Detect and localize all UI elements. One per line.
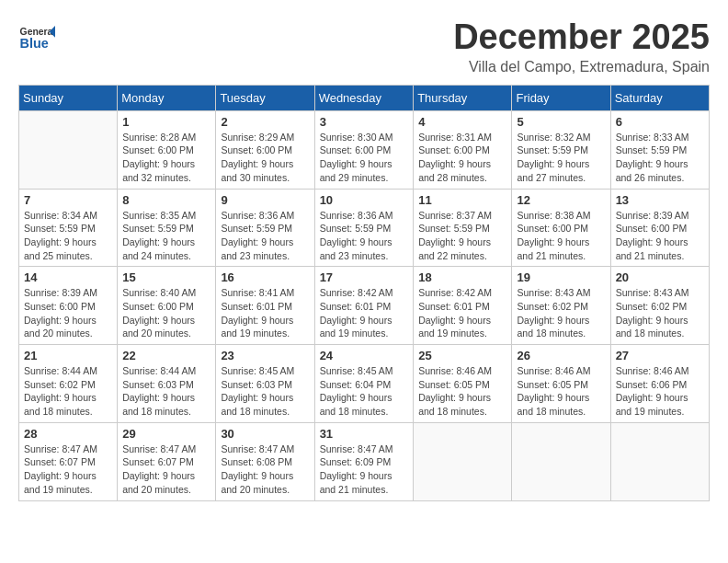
day-number: 29: [122, 427, 210, 441]
day-number: 12: [517, 193, 605, 207]
table-row: 8 Sunrise: 8:35 AMSunset: 5:59 PMDayligh…: [118, 189, 216, 267]
day-info: Sunrise: 8:43 AMSunset: 6:02 PMDaylight:…: [616, 286, 704, 340]
day-info: Sunrise: 8:36 AMSunset: 5:59 PMDaylight:…: [320, 209, 409, 263]
day-info: Sunrise: 8:44 AMSunset: 6:03 PMDaylight:…: [122, 364, 210, 419]
table-row: 18 Sunrise: 8:42 AMSunset: 6:01 PMDaylig…: [414, 267, 512, 345]
table-row: 28 Sunrise: 8:47 AMSunset: 6:07 PMDaylig…: [19, 422, 118, 500]
header-saturday: Saturday: [610, 85, 709, 110]
table-row: 15 Sunrise: 8:40 AMSunset: 6:00 PMDaylig…: [118, 267, 216, 345]
table-row: [512, 422, 610, 500]
day-number: 7: [24, 193, 112, 207]
day-number: 23: [221, 349, 309, 362]
day-info: Sunrise: 8:34 AMSunset: 5:59 PMDaylight:…: [24, 209, 112, 263]
table-row: 20 Sunrise: 8:43 AMSunset: 6:02 PMDaylig…: [610, 267, 709, 345]
table-row: [610, 422, 709, 500]
day-number: 21: [24, 349, 112, 362]
table-row: [19, 110, 118, 189]
day-number: 3: [320, 115, 409, 129]
header-monday: Monday: [118, 85, 216, 110]
header-friday: Friday: [512, 85, 610, 110]
month-title: December 2025: [453, 18, 710, 57]
day-number: 2: [221, 115, 309, 129]
table-row: 16 Sunrise: 8:41 AMSunset: 6:01 PMDaylig…: [216, 267, 314, 345]
day-info: Sunrise: 8:39 AMSunset: 6:00 PMDaylight:…: [616, 209, 704, 263]
day-number: 22: [122, 349, 210, 362]
table-row: 21 Sunrise: 8:44 AMSunset: 6:02 PMDaylig…: [19, 345, 118, 423]
header-thursday: Thursday: [414, 85, 512, 110]
day-info: Sunrise: 8:32 AMSunset: 5:59 PMDaylight:…: [517, 131, 605, 185]
day-number: 8: [122, 193, 210, 207]
table-row: 30 Sunrise: 8:47 AMSunset: 6:08 PMDaylig…: [216, 422, 314, 500]
table-row: 22 Sunrise: 8:44 AMSunset: 6:03 PMDaylig…: [118, 345, 216, 423]
day-number: 16: [221, 270, 309, 284]
day-info: Sunrise: 8:38 AMSunset: 6:00 PMDaylight:…: [517, 209, 605, 263]
table-row: 2 Sunrise: 8:29 AMSunset: 6:00 PMDayligh…: [216, 110, 314, 189]
day-info: Sunrise: 8:47 AMSunset: 6:08 PMDaylight:…: [221, 442, 309, 497]
table-row: 5 Sunrise: 8:32 AMSunset: 5:59 PMDayligh…: [512, 110, 610, 189]
day-number: 4: [418, 115, 506, 129]
table-row: 29 Sunrise: 8:47 AMSunset: 6:07 PMDaylig…: [118, 422, 216, 500]
table-row: 24 Sunrise: 8:45 AMSunset: 6:04 PMDaylig…: [314, 345, 414, 423]
day-info: Sunrise: 8:45 AMSunset: 6:04 PMDaylight:…: [320, 364, 409, 419]
day-info: Sunrise: 8:36 AMSunset: 5:59 PMDaylight:…: [221, 209, 309, 263]
day-info: Sunrise: 8:46 AMSunset: 6:05 PMDaylight:…: [418, 364, 506, 419]
day-number: 28: [24, 427, 112, 441]
day-info: Sunrise: 8:29 AMSunset: 6:00 PMDaylight:…: [221, 131, 309, 185]
logo: General Blue: [18, 18, 61, 55]
day-info: Sunrise: 8:42 AMSunset: 6:01 PMDaylight:…: [418, 286, 506, 340]
title-area: December 2025 Villa del Campo, Extremadu…: [453, 18, 710, 75]
day-info: Sunrise: 8:30 AMSunset: 6:00 PMDaylight:…: [320, 131, 409, 185]
day-info: Sunrise: 8:42 AMSunset: 6:01 PMDaylight:…: [320, 286, 409, 340]
calendar-week-row: 21 Sunrise: 8:44 AMSunset: 6:02 PMDaylig…: [19, 345, 710, 423]
day-number: 6: [616, 115, 704, 129]
page-header: General Blue December 2025 Villa del Cam…: [18, 18, 710, 75]
header-sunday: Sunday: [19, 85, 118, 110]
table-row: 10 Sunrise: 8:36 AMSunset: 5:59 PMDaylig…: [314, 189, 414, 267]
table-row: 12 Sunrise: 8:38 AMSunset: 6:00 PMDaylig…: [512, 189, 610, 267]
table-row: [414, 422, 512, 500]
table-row: 11 Sunrise: 8:37 AMSunset: 5:59 PMDaylig…: [414, 189, 512, 267]
day-number: 25: [418, 349, 506, 362]
calendar-table: Sunday Monday Tuesday Wednesday Thursday…: [18, 85, 710, 501]
day-number: 19: [517, 270, 605, 284]
table-row: 6 Sunrise: 8:33 AMSunset: 5:59 PMDayligh…: [610, 110, 709, 189]
day-number: 1: [122, 115, 210, 129]
table-row: 26 Sunrise: 8:46 AMSunset: 6:05 PMDaylig…: [512, 345, 610, 423]
day-number: 14: [24, 270, 112, 284]
table-row: 23 Sunrise: 8:45 AMSunset: 6:03 PMDaylig…: [216, 345, 314, 423]
day-info: Sunrise: 8:47 AMSunset: 6:07 PMDaylight:…: [24, 442, 112, 497]
day-info: Sunrise: 8:28 AMSunset: 6:00 PMDaylight:…: [122, 131, 210, 185]
table-row: 4 Sunrise: 8:31 AMSunset: 6:00 PMDayligh…: [414, 110, 512, 189]
table-row: 19 Sunrise: 8:43 AMSunset: 6:02 PMDaylig…: [512, 267, 610, 345]
table-row: 13 Sunrise: 8:39 AMSunset: 6:00 PMDaylig…: [610, 189, 709, 267]
day-number: 17: [320, 270, 409, 284]
location-title: Villa del Campo, Extremadura, Spain: [453, 59, 710, 75]
day-number: 11: [418, 193, 506, 207]
day-info: Sunrise: 8:46 AMSunset: 6:05 PMDaylight:…: [517, 364, 605, 419]
day-info: Sunrise: 8:31 AMSunset: 6:00 PMDaylight:…: [418, 131, 506, 185]
table-row: 27 Sunrise: 8:46 AMSunset: 6:06 PMDaylig…: [610, 345, 709, 423]
day-number: 20: [616, 270, 704, 284]
table-row: 9 Sunrise: 8:36 AMSunset: 5:59 PMDayligh…: [216, 189, 314, 267]
day-info: Sunrise: 8:33 AMSunset: 5:59 PMDaylight:…: [616, 131, 704, 185]
calendar-week-row: 14 Sunrise: 8:39 AMSunset: 6:00 PMDaylig…: [19, 267, 710, 345]
day-info: Sunrise: 8:45 AMSunset: 6:03 PMDaylight:…: [221, 364, 309, 419]
day-number: 9: [221, 193, 309, 207]
day-number: 26: [517, 349, 605, 362]
calendar-week-row: 1 Sunrise: 8:28 AMSunset: 6:00 PMDayligh…: [19, 110, 710, 189]
day-number: 24: [320, 349, 409, 362]
svg-text:Blue: Blue: [20, 36, 49, 51]
table-row: 7 Sunrise: 8:34 AMSunset: 5:59 PMDayligh…: [19, 189, 118, 267]
day-info: Sunrise: 8:35 AMSunset: 5:59 PMDaylight:…: [122, 209, 210, 263]
table-row: 3 Sunrise: 8:30 AMSunset: 6:00 PMDayligh…: [314, 110, 414, 189]
day-info: Sunrise: 8:41 AMSunset: 6:01 PMDaylight:…: [221, 286, 309, 340]
day-number: 10: [320, 193, 409, 207]
table-row: 25 Sunrise: 8:46 AMSunset: 6:05 PMDaylig…: [414, 345, 512, 423]
table-row: 31 Sunrise: 8:47 AMSunset: 6:09 PMDaylig…: [314, 422, 414, 500]
day-info: Sunrise: 8:37 AMSunset: 5:59 PMDaylight:…: [418, 209, 506, 263]
day-info: Sunrise: 8:46 AMSunset: 6:06 PMDaylight:…: [616, 364, 704, 419]
day-info: Sunrise: 8:40 AMSunset: 6:00 PMDaylight:…: [122, 286, 210, 340]
day-number: 27: [616, 349, 704, 362]
calendar-week-row: 7 Sunrise: 8:34 AMSunset: 5:59 PMDayligh…: [19, 189, 710, 267]
day-info: Sunrise: 8:47 AMSunset: 6:09 PMDaylight:…: [320, 442, 409, 497]
